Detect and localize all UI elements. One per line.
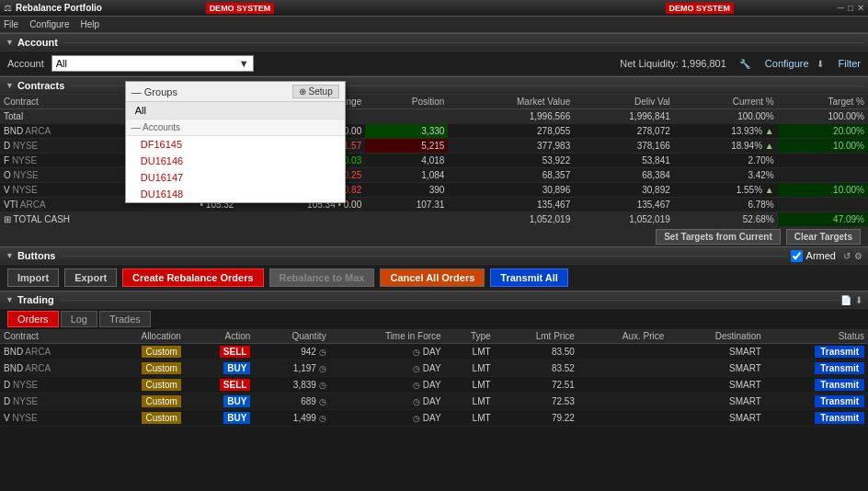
order-lmt-price-cell[interactable]: 83.50: [495, 344, 578, 360]
col-allocation: Allocation: [99, 329, 185, 344]
order-contract-cell[interactable]: V NYSE: [0, 410, 99, 427]
wrench-icon: 🔧: [739, 59, 750, 69]
app-title: Rebalance Portfolio: [16, 3, 102, 13]
order-aux-price-cell[interactable]: [578, 360, 668, 377]
trading-section-title: Trading: [17, 294, 54, 305]
dropdown-account-3[interactable]: DU16148: [126, 186, 345, 202]
clear-targets-button[interactable]: Clear Targets: [786, 229, 861, 245]
order-tif-cell[interactable]: ◷ DAY: [330, 410, 445, 427]
order-contract-cell[interactable]: D NYSE: [0, 377, 99, 394]
close-icon[interactable]: ✕: [857, 3, 864, 13]
dropdown-all-item[interactable]: All: [126, 102, 345, 119]
export-button[interactable]: Export: [64, 268, 117, 287]
contracts-collapse-arrow[interactable]: ▼: [6, 81, 14, 90]
order-status-cell[interactable]: Transmit: [765, 344, 868, 360]
order-destination-cell: SMART: [668, 410, 764, 427]
armed-label: Armed: [806, 250, 836, 261]
order-lmt-price-cell[interactable]: 79.22: [495, 410, 578, 427]
order-aux-price-cell[interactable]: [578, 394, 668, 410]
menu-configure[interactable]: Configure: [29, 19, 69, 29]
trading-icon-1[interactable]: 📄: [840, 295, 851, 305]
order-aux-price-cell[interactable]: [578, 377, 668, 394]
cancel-orders-button[interactable]: Cancel All Orders: [380, 268, 485, 287]
order-quantity-cell[interactable]: 942 ◷: [254, 344, 329, 360]
create-rebalance-button[interactable]: Create Rebalance Orders: [122, 268, 263, 287]
trading-section-header: ▼ Trading 📄 ⬇: [0, 291, 868, 309]
col-market-value: Market Value: [448, 95, 574, 109]
order-tif-cell[interactable]: ◷ DAY: [330, 377, 445, 394]
order-tif-cell[interactable]: ◷ DAY: [330, 394, 445, 410]
menu-file[interactable]: File: [4, 19, 18, 29]
order-tif-cell[interactable]: ◷ DAY: [330, 360, 445, 377]
filter-button[interactable]: Filter: [839, 58, 861, 69]
order-status-cell[interactable]: Transmit: [765, 394, 868, 410]
order-lmt-price-cell[interactable]: 72.53: [495, 394, 578, 410]
order-status-cell[interactable]: Transmit: [765, 360, 868, 377]
order-aux-price-cell[interactable]: [578, 344, 668, 360]
order-contract-cell[interactable]: D NYSE: [0, 394, 99, 410]
transmit-button[interactable]: Transmit: [815, 379, 864, 391]
col-destination: Destination: [668, 329, 764, 344]
import-button[interactable]: Import: [7, 268, 59, 287]
transmit-button[interactable]: Transmit: [815, 412, 864, 424]
menu-help[interactable]: Help: [80, 19, 99, 29]
account-select-wrapper: All ▼ — Groups ⊕ Setup All — Accounts DF…: [51, 55, 254, 72]
configure-button[interactable]: Configure: [765, 58, 809, 69]
order-tif-cell[interactable]: ◷ DAY: [330, 344, 445, 360]
col-action: Action: [185, 329, 255, 344]
transmit-button[interactable]: Transmit: [815, 395, 864, 407]
rebalance-max-button[interactable]: Rebalance to Max: [269, 268, 375, 287]
tab-log[interactable]: Log: [61, 311, 97, 327]
order-action-cell: SELL: [185, 344, 255, 360]
buttons-collapse-arrow[interactable]: ▼: [6, 251, 14, 260]
menu-bar: File Configure Help: [0, 17, 868, 33]
col-aux-price: Aux. Price: [578, 329, 668, 344]
minimize-icon[interactable]: ─: [838, 3, 844, 13]
armed-checkbox[interactable]: [791, 250, 803, 262]
order-quantity-cell[interactable]: 1,197 ◷: [254, 360, 329, 377]
table-row: V NYSE Custom BUY 1,499 ◷ ◷ DAY LMT 79.2…: [0, 410, 868, 427]
settings-icon[interactable]: ⚙: [854, 251, 862, 261]
order-lmt-price-cell[interactable]: 83.52: [495, 360, 578, 377]
dropdown-account-2[interactable]: DU16147: [126, 169, 345, 186]
trading-icon-2[interactable]: ⬇: [855, 295, 862, 305]
col-tif: Time in Force: [330, 329, 445, 344]
col-status: Status: [765, 329, 868, 344]
transmit-all-button[interactable]: Transmit All: [490, 268, 568, 287]
table-row: BND ARCA Custom BUY 1,197 ◷ ◷ DAY LMT 83…: [0, 360, 868, 377]
order-quantity-cell[interactable]: 689 ◷: [254, 394, 329, 410]
order-contract-cell[interactable]: BND ARCA: [0, 360, 99, 377]
transmit-button[interactable]: Transmit: [815, 362, 864, 374]
order-type-cell: LMT: [445, 394, 495, 410]
order-status-cell[interactable]: Transmit: [765, 377, 868, 394]
order-status-cell[interactable]: Transmit: [765, 410, 868, 427]
order-quantity-cell[interactable]: 3,839 ◷: [254, 377, 329, 394]
tab-orders[interactable]: Orders: [7, 311, 59, 327]
set-targets-button[interactable]: Set Targets from Current: [656, 229, 781, 245]
setup-button[interactable]: ⊕ Setup: [292, 85, 339, 98]
order-lmt-price-cell[interactable]: 72.51: [495, 377, 578, 394]
order-type-cell: LMT: [445, 360, 495, 377]
account-dropdown[interactable]: All ▼: [51, 55, 254, 72]
table-row: D NYSE Custom SELL 3,839 ◷ ◷ DAY LMT 72.…: [0, 377, 868, 394]
order-contract-cell[interactable]: BND ARCA: [0, 344, 99, 360]
col-position: Position: [365, 95, 448, 109]
order-quantity-cell[interactable]: 1,499 ◷: [254, 410, 329, 427]
tab-trades[interactable]: Trades: [99, 311, 151, 327]
buttons-section-title: Buttons: [17, 250, 56, 261]
dropdown-account-0[interactable]: DF16145: [126, 136, 345, 153]
account-collapse-arrow[interactable]: ▼: [6, 38, 14, 47]
order-allocation-cell: Custom: [99, 410, 185, 427]
order-destination-cell: SMART: [668, 377, 764, 394]
table-row: ⊞ TOTAL CASH 1,052,019 1,052,019 52.68% …: [0, 212, 868, 227]
dropdown-account-1[interactable]: DU16146: [126, 153, 345, 169]
trading-collapse-arrow[interactable]: ▼: [6, 295, 14, 304]
order-aux-price-cell[interactable]: [578, 410, 668, 427]
accounts-section-label: — Accounts: [126, 119, 345, 136]
order-destination-cell: SMART: [668, 344, 764, 360]
transmit-button[interactable]: Transmit: [815, 346, 864, 358]
maximize-icon[interactable]: □: [848, 3, 853, 13]
refresh-icon[interactable]: ↺: [843, 251, 851, 261]
account-label: Account: [7, 58, 44, 69]
order-allocation-cell: Custom: [99, 344, 185, 360]
